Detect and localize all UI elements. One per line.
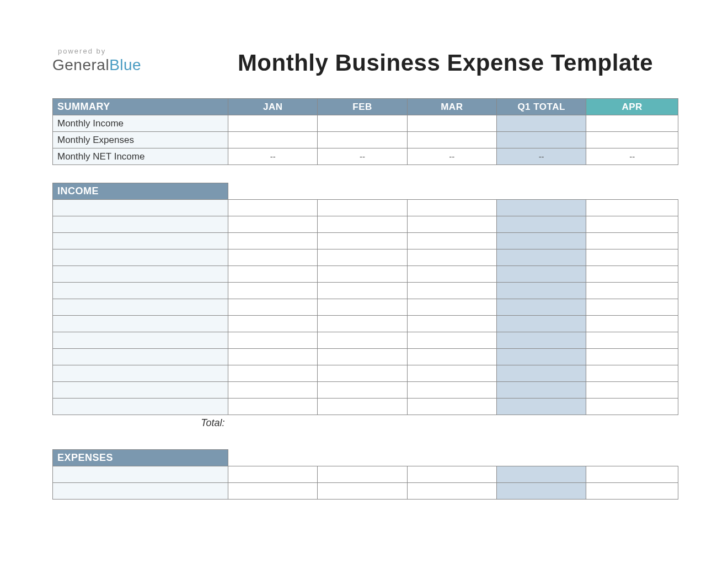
income-cell-apr[interactable] [586,349,678,365]
summary-cell-feb[interactable] [318,132,407,148]
income-row-label[interactable] [53,216,228,233]
income-row-label[interactable] [53,399,228,415]
income-cell-jan[interactable] [228,399,318,415]
income-cell-jan[interactable] [228,200,318,216]
summary-cell-apr[interactable]: -- [586,148,678,165]
income-cell-apr[interactable] [586,299,678,316]
income-row-label[interactable] [53,382,228,399]
income-cell-apr[interactable] [586,249,678,266]
income-cell-feb[interactable] [318,382,407,399]
income-cell-apr[interactable] [586,266,678,283]
income-row-label[interactable] [53,299,228,316]
income-cell-jan[interactable] [228,249,318,266]
expenses-cell-apr[interactable] [586,482,678,499]
expenses-cell-feb[interactable] [318,482,407,499]
expenses-cell-q1 [496,482,586,499]
income-row-label[interactable] [53,266,228,283]
income-row-label[interactable] [53,249,228,266]
income-row-label[interactable] [53,365,228,382]
income-cell-mar[interactable] [407,299,496,316]
income-row [53,332,678,349]
summary-cell-mar[interactable]: -- [407,148,496,165]
col-q1total: Q1 TOTAL [496,99,586,115]
col-apr: APR [586,99,678,115]
income-cell-jan[interactable] [228,382,318,399]
income-cell-apr[interactable] [586,399,678,415]
expenses-cell-jan[interactable] [228,482,318,499]
income-cell-feb[interactable] [318,283,407,299]
income-row [53,316,678,332]
income-row-label[interactable] [53,233,228,249]
income-cell-mar[interactable] [407,365,496,382]
income-cell-feb[interactable] [318,332,407,349]
income-row-label[interactable] [53,283,228,299]
income-cell-feb[interactable] [318,349,407,365]
income-cell-q1 [496,316,586,332]
income-header-row: INCOME [53,183,678,200]
income-cell-jan[interactable] [228,316,318,332]
summary-cell-feb[interactable]: -- [318,148,407,165]
income-cell-jan[interactable] [228,283,318,299]
blank-head [407,183,496,200]
income-cell-jan[interactable] [228,266,318,283]
summary-cell-feb[interactable] [318,115,407,132]
income-cell-apr[interactable] [586,365,678,382]
income-cell-jan[interactable] [228,216,318,233]
summary-cell-jan[interactable] [228,132,318,148]
expenses-row-label[interactable] [53,466,228,482]
summary-cell-apr[interactable] [586,115,678,132]
expenses-cell-feb[interactable] [318,466,407,482]
summary-cell-jan[interactable]: -- [228,148,318,165]
income-row [53,266,678,283]
summary-cell-mar[interactable] [407,115,496,132]
expenses-cell-mar[interactable] [407,482,496,499]
income-cell-feb[interactable] [318,316,407,332]
income-cell-mar[interactable] [407,332,496,349]
income-row-label[interactable] [53,200,228,216]
income-cell-jan[interactable] [228,365,318,382]
income-cell-mar[interactable] [407,399,496,415]
expenses-row-label[interactable] [53,482,228,499]
blank-head [407,449,496,466]
income-cell-q1 [496,332,586,349]
income-cell-feb[interactable] [318,266,407,283]
summary-cell-apr[interactable] [586,132,678,148]
income-cell-feb[interactable] [318,249,407,266]
income-cell-mar[interactable] [407,382,496,399]
income-cell-feb[interactable] [318,216,407,233]
income-cell-q1 [496,249,586,266]
income-cell-jan[interactable] [228,233,318,249]
income-cell-apr[interactable] [586,332,678,349]
income-cell-mar[interactable] [407,233,496,249]
expenses-cell-jan[interactable] [228,466,318,482]
summary-cell-mar[interactable] [407,132,496,148]
income-row-label[interactable] [53,316,228,332]
income-cell-apr[interactable] [586,316,678,332]
income-cell-mar[interactable] [407,216,496,233]
income-cell-apr[interactable] [586,233,678,249]
income-cell-mar[interactable] [407,349,496,365]
income-cell-apr[interactable] [586,200,678,216]
income-cell-feb[interactable] [318,299,407,316]
income-cell-feb[interactable] [318,365,407,382]
income-cell-mar[interactable] [407,200,496,216]
income-cell-jan[interactable] [228,349,318,365]
income-cell-mar[interactable] [407,249,496,266]
income-cell-apr[interactable] [586,382,678,399]
income-cell-mar[interactable] [407,266,496,283]
income-cell-feb[interactable] [318,233,407,249]
income-row-label[interactable] [53,349,228,365]
summary-cell-jan[interactable] [228,115,318,132]
income-cell-apr[interactable] [586,283,678,299]
income-cell-mar[interactable] [407,283,496,299]
income-cell-feb[interactable] [318,200,407,216]
income-cell-jan[interactable] [228,299,318,316]
expenses-cell-apr[interactable] [586,466,678,482]
expenses-cell-mar[interactable] [407,466,496,482]
income-cell-mar[interactable] [407,316,496,332]
income-row-label[interactable] [53,332,228,349]
income-cell-feb[interactable] [318,399,407,415]
income-cell-q1 [496,233,586,249]
income-cell-apr[interactable] [586,216,678,233]
income-cell-jan[interactable] [228,332,318,349]
